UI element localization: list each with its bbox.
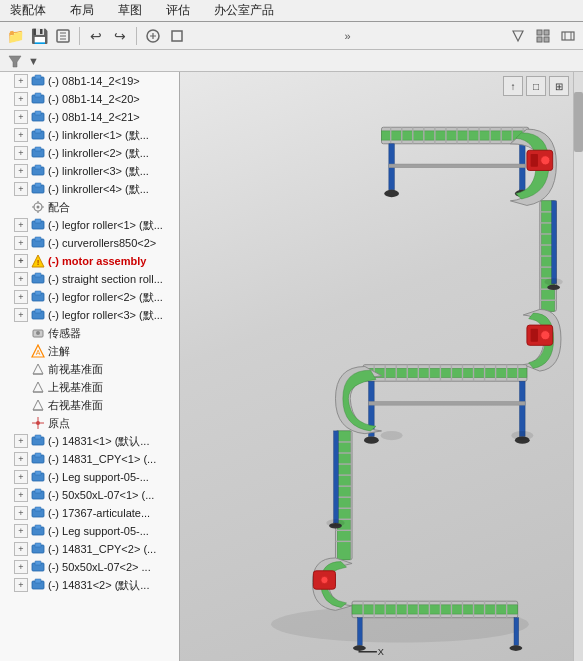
toolbar-undo[interactable]: ↩ <box>85 25 107 47</box>
svg-point-95 <box>541 156 550 165</box>
tree-item-12[interactable]: +(-) straight section roll... <box>0 270 179 288</box>
tree-item-8[interactable]: 配合 <box>0 198 179 216</box>
toolbar-redo[interactable]: ↪ <box>109 25 131 47</box>
tree-expand-btn-24[interactable]: + <box>14 488 28 502</box>
menu-office[interactable]: 办公室产品 <box>208 0 280 21</box>
3d-viewport[interactable]: ↑ □ ⊞ <box>180 72 583 661</box>
tree-expand-btn-12[interactable]: + <box>14 272 28 286</box>
tree-item-6[interactable]: +(-) linkroller<3> (默... <box>0 162 179 180</box>
svg-point-174 <box>326 519 344 526</box>
tree-icon-warning: ! <box>30 253 46 269</box>
tree-item-28[interactable]: +(-) 50x50xL-07<2> ... <box>0 558 179 576</box>
tree-expand-btn-4[interactable]: + <box>14 128 28 142</box>
toolbar-btn-1[interactable]: 📁 <box>4 25 26 47</box>
tree-label-2: (-) 08b1-14_2<20> <box>48 93 177 105</box>
tree-panel[interactable]: +(-) 08b1-14_2<19>+(-) 08b1-14_2<20>+(-)… <box>0 72 180 661</box>
tree-item-15[interactable]: 传感器 <box>0 324 179 342</box>
view-btn-3[interactable] <box>557 25 579 47</box>
menu-layout[interactable]: 布局 <box>64 0 100 21</box>
svg-rect-129 <box>520 381 526 436</box>
view-btn-1[interactable] <box>507 25 529 47</box>
tree-expand-btn-9[interactable]: + <box>14 218 28 232</box>
svg-rect-150 <box>352 605 518 614</box>
tree-expand-btn-23[interactable]: + <box>14 470 28 484</box>
tree-item-7[interactable]: +(-) linkroller<4> (默... <box>0 180 179 198</box>
toolbar-btn-4[interactable] <box>142 25 164 47</box>
conveyor-illustration: X <box>180 72 583 661</box>
toolbar-btn-5[interactable] <box>166 25 188 47</box>
tree-item-20[interactable]: 原点 <box>0 414 179 432</box>
tree-label-20: 原点 <box>48 416 177 431</box>
tree-label-14: (-) legfor roller<3> (默... <box>48 308 177 323</box>
filter-btn[interactable] <box>4 50 26 72</box>
toolbar-btn-2[interactable]: 💾 <box>28 25 50 47</box>
tree-label-9: (-) legfor roller<1> (默... <box>48 218 177 233</box>
viewport-scrollbar[interactable] <box>573 72 583 661</box>
svg-point-130 <box>364 436 379 443</box>
tree-expand-btn-6[interactable]: + <box>14 164 28 178</box>
tree-item-26[interactable]: +(-) Leg support-05-... <box>0 522 179 540</box>
menu-evaluate[interactable]: 评估 <box>160 0 196 21</box>
svg-rect-7 <box>562 32 574 40</box>
view-btn-2[interactable] <box>532 25 554 47</box>
svg-rect-165 <box>358 618 363 646</box>
menu-sketch[interactable]: 草图 <box>112 0 148 21</box>
tree-item-4[interactable]: +(-) linkroller<1> (默... <box>0 126 179 144</box>
tree-item-1[interactable]: +(-) 08b1-14_2<19> <box>0 72 179 90</box>
tree-item-19[interactable]: 右视基准面 <box>0 396 179 414</box>
tree-icon-origin <box>30 415 46 431</box>
tree-item-13[interactable]: +(-) legfor roller<2> (默... <box>0 288 179 306</box>
tree-expand-btn-7[interactable]: + <box>14 182 28 196</box>
tree-expand-btn-27[interactable]: + <box>14 542 28 556</box>
tree-expand-btn-5[interactable]: + <box>14 146 28 160</box>
tree-expand-btn-2[interactable]: + <box>14 92 28 106</box>
svg-rect-55 <box>35 435 41 439</box>
scrollbar-thumb[interactable] <box>574 92 583 152</box>
tree-item-27[interactable]: +(-) 14831_CPY<2> (... <box>0 540 179 558</box>
toolbar-btn-3[interactable] <box>52 25 74 47</box>
tree-expand-btn-26[interactable]: + <box>14 524 28 538</box>
tree-expand-btn-14[interactable]: + <box>14 308 28 322</box>
svg-rect-74 <box>382 131 529 140</box>
svg-rect-2 <box>172 31 182 41</box>
tree-item-17[interactable]: 前视基准面 <box>0 360 179 378</box>
tree-item-14[interactable]: +(-) legfor roller<3> (默... <box>0 306 179 324</box>
tree-icon-part <box>30 271 46 287</box>
tree-item-21[interactable]: +(-) 14831<1> (默认... <box>0 432 179 450</box>
tree-expand-btn-10[interactable]: + <box>14 236 28 250</box>
tree-expand-btn-3[interactable]: + <box>14 110 28 124</box>
tree-label-23: (-) Leg support-05-... <box>48 471 177 483</box>
tree-expand-btn-21[interactable]: + <box>14 434 28 448</box>
tree-item-23[interactable]: +(-) Leg support-05-... <box>0 468 179 486</box>
tree-item-29[interactable]: +(-) 14831<2> (默认... <box>0 576 179 594</box>
tree-expand-btn-29[interactable]: + <box>14 578 28 592</box>
tree-item-24[interactable]: +(-) 50x50xL-07<1> (... <box>0 486 179 504</box>
tree-item-3[interactable]: +(-) 08b1-14_2<21> <box>0 108 179 126</box>
toolbar-expand[interactable]: » <box>340 28 354 44</box>
tree-expand-btn-28[interactable]: + <box>14 560 28 574</box>
filter-dropdown[interactable]: ▼ <box>28 55 39 67</box>
tree-item-10[interactable]: +(-) curverollers850<2> <box>0 234 179 252</box>
tree-expand-btn-13[interactable]: + <box>14 290 28 304</box>
tree-item-11[interactable]: +!(-) motor assembly <box>0 252 179 270</box>
tree-expand-btn-22[interactable]: + <box>14 452 28 466</box>
tree-expand-btn-25[interactable]: + <box>14 506 28 520</box>
svg-marker-45 <box>33 364 43 374</box>
main-layout: +(-) 08b1-14_2<19>+(-) 08b1-14_2<20>+(-)… <box>0 72 583 661</box>
menu-assembly[interactable]: 装配体 <box>4 0 52 21</box>
tree-icon-part <box>30 235 46 251</box>
tree-expand-btn-11[interactable]: + <box>14 254 28 268</box>
tree-item-22[interactable]: +(-) 14831_CPY<1> (... <box>0 450 179 468</box>
tree-item-18[interactable]: 上视基准面 <box>0 378 179 396</box>
svg-rect-18 <box>35 147 41 151</box>
svg-text:X: X <box>378 647 384 657</box>
svg-rect-107 <box>552 201 557 284</box>
tree-item-2[interactable]: +(-) 08b1-14_2<20> <box>0 90 179 108</box>
tree-icon-part <box>30 163 46 179</box>
tree-expand-btn-1[interactable]: + <box>14 74 28 88</box>
tree-item-25[interactable]: +(-) 17367-articulate... <box>0 504 179 522</box>
tree-item-16[interactable]: A注解 <box>0 342 179 360</box>
tree-item-5[interactable]: +(-) linkroller<2> (默... <box>0 144 179 162</box>
tree-item-9[interactable]: +(-) legfor roller<1> (默... <box>0 216 179 234</box>
svg-rect-69 <box>35 561 41 565</box>
